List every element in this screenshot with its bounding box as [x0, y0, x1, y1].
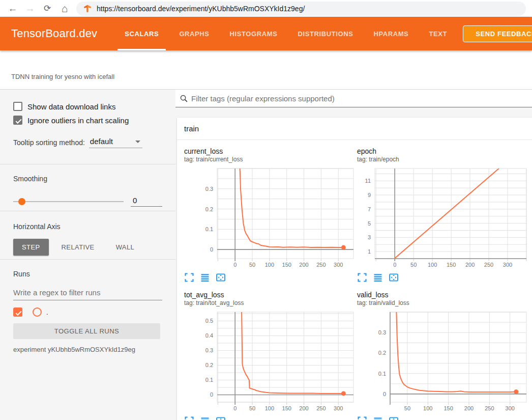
scalars-dashboard: Filter tags (regular expressions support…	[175, 90, 532, 420]
expand-icon[interactable]	[357, 272, 367, 283]
svg-text:0.3: 0.3	[205, 347, 213, 353]
ignore-outliers-checkbox[interactable]	[13, 116, 22, 125]
chart-title: valid_loss	[357, 291, 528, 299]
chart-plot-valid_loss[interactable]: 5010015020025030000.10.20.3	[357, 310, 528, 414]
filter-tags-placeholder: Filter tags (regular expressions support…	[191, 94, 335, 103]
tab-text[interactable]: TEXT	[422, 17, 454, 50]
wall-axis-button[interactable]: WALL	[107, 239, 143, 256]
tab-scalars[interactable]: SCALARS	[117, 17, 166, 50]
run-row[interactable]: .	[13, 307, 162, 317]
experiment-subtitle-row: TDNN training for yesno with icefall	[0, 50, 532, 90]
chart-tag: tag: train/valid_loss	[357, 299, 528, 307]
svg-text:9: 9	[368, 192, 371, 198]
svg-text:0.4: 0.4	[205, 332, 213, 339]
svg-text:1: 1	[368, 248, 371, 255]
svg-text:3: 3	[368, 234, 371, 240]
tab-distributions[interactable]: DISTRIBUTIONS	[290, 17, 360, 50]
svg-text:250: 250	[316, 262, 326, 268]
svg-text:0.2: 0.2	[205, 362, 213, 368]
chart-tag: tag: train/tot_avg_loss	[184, 299, 355, 307]
svg-text:0.1: 0.1	[205, 377, 213, 383]
show-download-links-row[interactable]: Show data download links	[13, 102, 162, 111]
tag-group-header[interactable]: train	[177, 118, 532, 140]
log-scale-lines-icon[interactable]	[373, 272, 383, 283]
chart-card-epoch: epochtag: train/epoch0501001502002503001…	[357, 147, 528, 283]
svg-text:150: 150	[444, 405, 453, 411]
tab-hparams[interactable]: HPARAMS	[366, 17, 416, 50]
settings-sidebar: Show data download links Ignore outliers…	[0, 90, 175, 420]
fit-domain-icon[interactable]	[216, 272, 226, 283]
slider-track	[13, 201, 124, 202]
runs-section: Runs Write a regex to filter runs . TOGG…	[0, 259, 175, 420]
svg-text:200: 200	[299, 405, 308, 411]
show-download-links-checkbox[interactable]	[13, 102, 22, 111]
smoothing-slider[interactable]	[13, 198, 124, 205]
run-checkbox[interactable]	[13, 307, 22, 317]
chart-plot-epoch[interactable]: 0501001502002503001357911	[357, 166, 528, 270]
smoothing-section: Smoothing 0	[0, 164, 175, 211]
ignore-outliers-label: Ignore outliers in chart scaling	[27, 116, 129, 125]
slider-thumb[interactable]	[18, 198, 25, 205]
svg-text:0.1: 0.1	[378, 371, 386, 377]
fit-domain-icon[interactable]	[216, 416, 226, 420]
tensorboard-favicon	[83, 5, 92, 13]
tag-group-title: train	[184, 124, 199, 133]
svg-text:50: 50	[249, 262, 255, 268]
svg-text:100: 100	[265, 262, 274, 268]
toggle-all-runs-button[interactable]: TOGGLE ALL RUNS	[13, 323, 160, 339]
run-color-swatch	[33, 307, 42, 317]
chart-card-current_loss: current_losstag: train/current_loss05010…	[184, 147, 355, 283]
tooltip-sorting-dropdown[interactable]: default	[89, 137, 142, 148]
tooltip-sorting-label: Tooltip sorting method:	[13, 138, 85, 148]
back-icon[interactable]: ←	[4, 0, 21, 17]
chart-card-tot_avg_loss: tot_avg_losstag: train/tot_avg_loss05010…	[184, 291, 355, 420]
url-text: https://tensorboard.dev/experiment/yKUbh…	[97, 5, 305, 13]
tab-histograms[interactable]: HISTOGRAMS	[223, 17, 285, 50]
tooltip-sorting-row: Tooltip sorting method: default	[13, 137, 162, 148]
expand-icon[interactable]	[357, 416, 367, 420]
smoothing-value-input[interactable]: 0	[131, 196, 162, 207]
reload-icon[interactable]: ⟳	[39, 0, 56, 17]
svg-text:0.3: 0.3	[205, 186, 213, 192]
home-icon[interactable]: ⌂	[56, 0, 73, 17]
show-download-links-label: Show data download links	[27, 102, 115, 111]
fit-domain-icon[interactable]	[389, 272, 399, 283]
svg-text:300: 300	[503, 262, 512, 268]
svg-text:150: 150	[282, 405, 291, 411]
chart-tag: tag: train/epoch	[357, 156, 528, 163]
expand-icon[interactable]	[184, 416, 194, 420]
expand-icon[interactable]	[184, 272, 194, 283]
ignore-outliers-row[interactable]: Ignore outliers in chart scaling	[13, 116, 162, 125]
filter-tags-input[interactable]: Filter tags (regular expressions support…	[175, 90, 532, 107]
chart-plot-tot_avg_loss[interactable]: 05010015020025030000.10.20.30.40.5	[184, 310, 355, 414]
step-axis-button[interactable]: STEP	[13, 239, 49, 256]
svg-text:0: 0	[210, 246, 213, 253]
app-header: TensorBoard.dev SCALARSGRAPHSHISTOGRAMSD…	[0, 17, 532, 50]
horizontal-axis-label: Horizontal Axis	[13, 222, 162, 231]
fit-domain-icon[interactable]	[389, 416, 399, 420]
svg-text:0.5: 0.5	[205, 318, 213, 324]
general-settings-section: Show data download links Ignore outliers…	[0, 90, 175, 164]
send-feedback-button[interactable]: SEND FEEDBACK	[463, 25, 532, 42]
tag-group-card: train current_losstag: train/current_los…	[177, 118, 532, 420]
svg-text:50: 50	[404, 405, 410, 411]
relative-axis-button[interactable]: RELATIVE	[53, 239, 103, 256]
chart-toolbar	[357, 272, 528, 283]
tooltip-sorting-value: default	[90, 137, 113, 146]
tab-graphs[interactable]: GRAPHS	[172, 17, 216, 50]
svg-text:200: 200	[299, 262, 308, 268]
log-scale-lines-icon[interactable]	[200, 416, 210, 420]
chart-plot-current_loss[interactable]: 05010015020025030000.10.20.3	[184, 166, 355, 270]
chart-title: tot_avg_loss	[184, 291, 355, 299]
svg-text:250: 250	[484, 262, 493, 268]
log-scale-lines-icon[interactable]	[373, 416, 383, 420]
svg-text:200: 200	[465, 262, 475, 268]
svg-text:50: 50	[249, 405, 255, 411]
nav-tabs: SCALARSGRAPHSHISTOGRAMSDISTRIBUTIONSHPAR…	[117, 17, 460, 50]
runs-regex-input[interactable]: Write a regex to filter runs	[13, 288, 162, 300]
forward-icon: →	[21, 0, 39, 17]
log-scale-lines-icon[interactable]	[200, 272, 210, 283]
url-bar[interactable]: https://tensorboard.dev/experiment/yKUbh…	[76, 2, 526, 16]
svg-text:0: 0	[210, 391, 213, 398]
svg-text:0.3: 0.3	[378, 329, 386, 335]
